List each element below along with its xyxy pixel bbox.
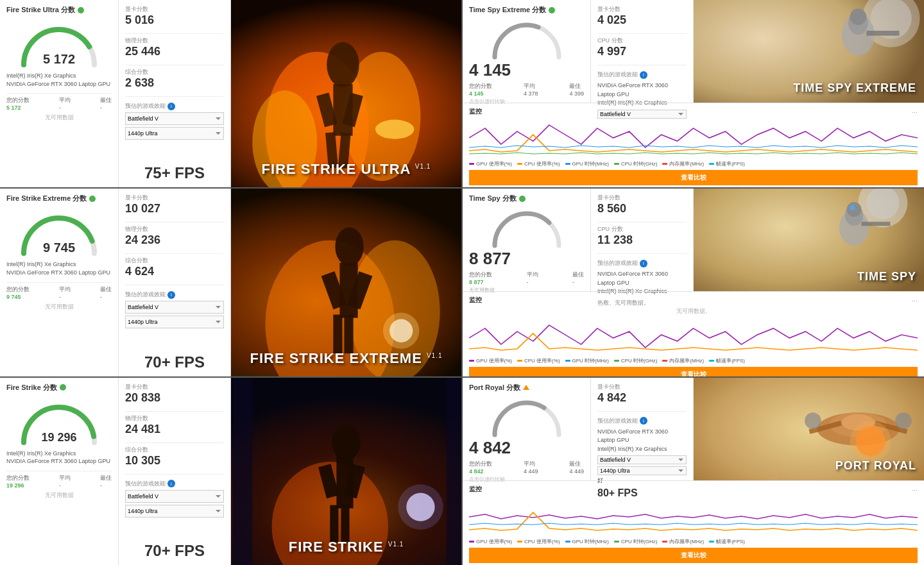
- pr-score-row: 您的分数 4 842 平均 4 449 最佳 4 449: [469, 460, 584, 475]
- fse-predict-label: 预估的游戏效能 i: [125, 291, 224, 299]
- pr-resolution-select[interactable]: 1440p Ultra: [597, 466, 687, 475]
- fs-image-panel: FIRE STRIKE V1.1: [231, 378, 461, 565]
- fsu-game-select[interactable]: Battlefield V: [125, 112, 224, 125]
- fsu-info-icon[interactable]: i: [167, 103, 175, 110]
- fse-image-svg: [231, 189, 461, 376]
- fs-score-panel: Fire Strike 分数 19 296 Intel(R) Iris(R) X…: [0, 378, 119, 565]
- fs-best-label: 最佳: [100, 474, 112, 482]
- fs-gpu2: NVIDIA GeForce RTX 3060 Laptop GPU: [6, 457, 112, 466]
- fse-title: Fire Strike Extreme 分数: [6, 194, 112, 203]
- ts-chart: [469, 316, 918, 355]
- fire-strike-card: Fire Strike 分数 19 296 Intel(R) Iris(R) X…: [0, 378, 461, 565]
- fs-info-icon[interactable]: i: [167, 480, 175, 487]
- fs-details-panel: 显卡分数 20 838 物理分数 24 481 综合分数 10 305 预估的游…: [119, 378, 231, 565]
- tse-best: 4 399: [569, 90, 584, 97]
- tse-info-icon[interactable]: i: [640, 71, 647, 79]
- tse-gpu1: NVIDIA GeForce RTX 3060 Laptop GPU: [597, 81, 687, 99]
- fsu-image-svg: [231, 0, 461, 187]
- svg-rect-28: [344, 315, 353, 353]
- fsu-title: Fire Strike Ultra 分数: [6, 5, 112, 15]
- fse-card-score-row: 显卡分数 10 027: [125, 194, 224, 215]
- fse-card-score-label: 显卡分数: [125, 194, 224, 202]
- ts-gauge: [488, 207, 565, 249]
- pr-your-score: 4 842: [469, 468, 492, 475]
- ts-info-icon[interactable]: i: [640, 260, 647, 267]
- fse-image-panel: FIRE STRIKE EXTREME V1.1: [231, 189, 461, 376]
- fsu-physics-label: 物理分数: [125, 37, 224, 45]
- ts-avg: -: [527, 279, 538, 285]
- pr-info-icon[interactable]: i: [640, 417, 647, 425]
- fse-physics-label: 物理分数: [125, 225, 224, 233]
- ts-best: -: [572, 279, 584, 285]
- ts-monitor-title: 监控: [469, 296, 482, 305]
- fse-gpu-info: Intel(R) Iris(R) Xe Graphics NVIDIA GeFo…: [6, 260, 112, 276]
- fsu-details-panel: 显卡分数 5 016 物理分数 25 446 综合分数 2 638 预估的游戏效…: [119, 0, 231, 187]
- fs-combined-row: 综合分数 10 305: [125, 446, 224, 468]
- pr-top: Port Royal 分数 4 842 您的分数 4 842: [463, 378, 924, 480]
- ts-card-score: 8 560: [597, 202, 687, 215]
- fse-score: 9 745: [43, 240, 75, 255]
- fsu-score-panel: Fire Strike Ultra 分数 5 172 Intel(R) Iris…: [0, 0, 119, 187]
- svg-point-5: [327, 42, 359, 88]
- pr-image-label: PORT ROYAL: [835, 459, 916, 473]
- pr-status-triangle: [523, 385, 529, 390]
- tse-main-score: 4 145: [469, 60, 584, 80]
- fs-game-select[interactable]: Battlefield V: [125, 490, 224, 503]
- fse-physics-row: 物理分数 24 236: [125, 225, 224, 247]
- fsu-image-panel: FIRE STRIKE ULTRA V1.1: [231, 0, 461, 187]
- pr-avg: 4 449: [524, 468, 538, 475]
- svg-rect-27: [333, 315, 342, 353]
- tse-best-label: 最佳: [569, 82, 584, 90]
- time-spy-card: Time Spy 分数 8 877 您的分数 8 877: [463, 189, 924, 376]
- fse-your-score: 9 745: [6, 294, 30, 300]
- pr-view-btn[interactable]: 查看比较: [469, 548, 918, 563]
- tse-your-score: 4 145: [469, 90, 492, 97]
- tse-view-btn[interactable]: 查看比较: [469, 170, 918, 185]
- fsu-avg: -: [59, 105, 71, 111]
- fsu-physics-row: 物理分数 25 446: [125, 37, 224, 58]
- tse-cpu-score-label: CPU 分数: [597, 37, 687, 45]
- fs-your-score-label: 您的分数: [6, 474, 30, 482]
- fs-status-dot: [60, 384, 66, 391]
- fs-card-score-label: 显卡分数: [125, 383, 224, 391]
- pr-gauge-svg: [488, 396, 565, 438]
- fsu-best-label: 最佳: [100, 96, 112, 105]
- tse-card-score: 4 025: [597, 13, 687, 27]
- svg-rect-49: [341, 505, 349, 542]
- ts-title: Time Spy 分数: [469, 194, 584, 203]
- pr-chart-svg: [469, 496, 918, 535]
- fs-gauge: 19 296: [14, 398, 104, 446]
- fsu-card-score-label: 显卡分数: [125, 5, 224, 13]
- ts-cpu-score-label: CPU 分数: [597, 225, 687, 233]
- svg-point-11: [375, 119, 414, 139]
- pr-best-label: 最佳: [569, 460, 584, 468]
- tse-status-dot: [549, 7, 555, 13]
- ts-legend: GPU 使用率(%) CPU 使用率(%) GPU 时钟(MHz) CPU 时钟…: [469, 357, 918, 364]
- svg-rect-18: [866, 31, 899, 36]
- fsu-gauge: 5 172: [14, 20, 104, 68]
- tse-top: Time Spy Extreme 分数 4 145 您的分数 4 145: [463, 0, 924, 103]
- fs-resolution-select[interactable]: 1440p Ultra: [125, 505, 224, 518]
- fs-score-row: 您的分数 19 296 平均 - 最佳 -: [6, 471, 112, 489]
- pr-title: Port Royal 分数: [469, 383, 584, 392]
- fs-avg: -: [59, 482, 71, 489]
- ts-view-btn[interactable]: 查看比较: [469, 367, 918, 376]
- fsu-gpu-info: Intel(R) Iris(R) Xe Graphics NVIDIA GeFo…: [6, 72, 112, 88]
- ts-best-label: 最佳: [572, 271, 584, 279]
- fse-gpu2: NVIDIA GeForce RTX 3060 Laptop GPU: [6, 269, 112, 277]
- fs-combined-score: 10 305: [125, 454, 224, 468]
- fse-status-dot: [89, 196, 96, 202]
- fsu-title-text: Fire Strike Ultra 分数: [6, 5, 75, 15]
- fsu-resolution-select[interactable]: 1440p Ultra: [125, 127, 224, 140]
- pr-game-select[interactable]: Battlefield V: [597, 455, 687, 464]
- fse-game-select[interactable]: Battlefield V: [125, 301, 224, 314]
- fse-info-icon[interactable]: i: [167, 291, 175, 299]
- ts-card-score-row: 显卡分数 8 560: [597, 194, 687, 215]
- fse-resolution-select[interactable]: 1440p Ultra: [125, 316, 224, 328]
- fsu-score-row: 您的分数 5 172 平均 - 最佳 -: [6, 93, 112, 111]
- tse-card-score-label: 显卡分数: [597, 5, 687, 13]
- fs-physics-row: 物理分数 24 481: [125, 414, 224, 436]
- pr-card-score: 4 842: [597, 391, 687, 405]
- tse-image-label: TIME SPY EXTREME: [793, 81, 916, 95]
- ts-gauge-svg: [488, 207, 565, 249]
